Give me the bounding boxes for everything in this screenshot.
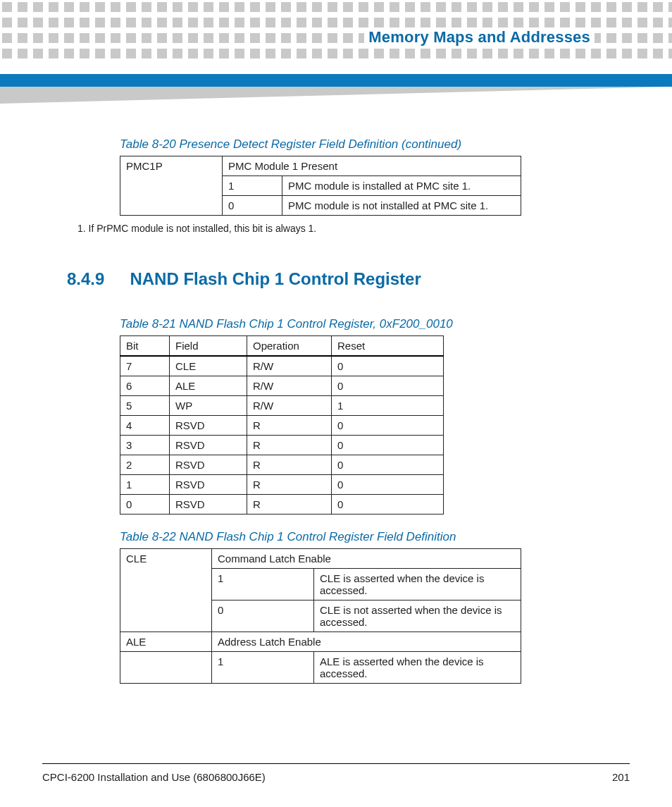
t822-cle-1: 1 bbox=[212, 569, 314, 600]
t821-cell-bit: 3 bbox=[120, 436, 170, 455]
t820-val1-desc: PMC module is installed at PMC site 1. bbox=[282, 176, 521, 196]
t821-cell-op: R bbox=[247, 455, 332, 475]
t821-cell-bit: 2 bbox=[120, 455, 170, 475]
t822-cle-1-desc: CLE is asserted when the device is acces… bbox=[314, 569, 521, 600]
t821-cell-op: R/W bbox=[247, 356, 332, 376]
footer-page-number: 201 bbox=[612, 771, 630, 783]
t821-cell-reset: 0 bbox=[332, 436, 444, 455]
t821-cell-reset: 1 bbox=[332, 396, 444, 416]
t821-cell-bit: 5 bbox=[120, 396, 170, 416]
header-blue-bar bbox=[0, 74, 672, 87]
t822-cle-0-desc: CLE is not asserted when the device is a… bbox=[314, 600, 521, 632]
t821-cell-field: ALE bbox=[170, 376, 247, 396]
t820-field-name: PMC1P bbox=[120, 156, 223, 216]
t821-cell-bit: 6 bbox=[120, 376, 170, 396]
t822-blank bbox=[120, 652, 212, 684]
t821-cell-op: R bbox=[247, 416, 332, 436]
t820-footnote: 1. If PrPMC module is not installed, thi… bbox=[77, 223, 619, 234]
t821-cell-op: R bbox=[247, 475, 332, 495]
table-8-22: CLE Command Latch Enable 1 CLE is assert… bbox=[120, 548, 521, 684]
t822-ale-1-desc: ALE is asserted when the device is acces… bbox=[314, 652, 521, 684]
section-number: 8.4.9 bbox=[67, 269, 104, 289]
table-8-20-caption: Table 8-20 Presence Detect Register Fiel… bbox=[120, 137, 619, 152]
t821-h-op: Operation bbox=[247, 336, 332, 357]
t821-cell-field: RSVD bbox=[170, 436, 247, 455]
section-title: NAND Flash Chip 1 Control Register bbox=[130, 269, 421, 289]
t821-row: 4RSVDR0 bbox=[120, 416, 444, 436]
t821-row: 0RSVDR0 bbox=[120, 495, 444, 515]
t821-cell-reset: 0 bbox=[332, 495, 444, 515]
t821-cell-op: R bbox=[247, 436, 332, 455]
t821-cell-reset: 0 bbox=[332, 475, 444, 495]
t822-ale-name: ALE bbox=[120, 632, 212, 652]
t821-cell-reset: 0 bbox=[332, 356, 444, 376]
chapter-title: Memory Maps and Addresses bbox=[364, 28, 595, 47]
t821-cell-bit: 4 bbox=[120, 416, 170, 436]
t820-field-desc: PMC Module 1 Present bbox=[223, 156, 521, 176]
t821-cell-reset: 0 bbox=[332, 455, 444, 475]
t821-cell-op: R bbox=[247, 495, 332, 515]
t821-h-reset: Reset bbox=[332, 336, 444, 357]
page-footer: CPCI-6200 Installation and Use (6806800J… bbox=[42, 763, 630, 783]
t821-h-bit: Bit bbox=[120, 336, 170, 357]
table-8-21-caption: Table 8-21 NAND Flash Chip 1 Control Reg… bbox=[120, 317, 619, 331]
t821-cell-field: RSVD bbox=[170, 495, 247, 515]
t822-cle-desc: Command Latch Enable bbox=[212, 549, 521, 569]
t821-cell-op: R/W bbox=[247, 396, 332, 416]
t822-ale-1: 1 bbox=[212, 652, 314, 684]
t821-cell-bit: 7 bbox=[120, 356, 170, 376]
t821-cell-op: R/W bbox=[247, 376, 332, 396]
t820-val0-desc: PMC module is not installed at PMC site … bbox=[282, 196, 521, 216]
t821-cell-reset: 0 bbox=[332, 376, 444, 396]
t822-cle-0: 0 bbox=[212, 600, 314, 632]
t820-val1: 1 bbox=[223, 176, 282, 196]
t821-cell-bit: 0 bbox=[120, 495, 170, 515]
table-8-20: PMC1P PMC Module 1 Present 1 PMC module … bbox=[120, 156, 521, 216]
table-8-22-caption: Table 8-22 NAND Flash Chip 1 Control Reg… bbox=[120, 530, 619, 544]
t821-cell-bit: 1 bbox=[120, 475, 170, 495]
t821-row: 7CLER/W0 bbox=[120, 356, 444, 376]
t821-cell-field: WP bbox=[170, 396, 247, 416]
t820-val0: 0 bbox=[223, 196, 282, 216]
header-gray-wedge bbox=[0, 87, 672, 104]
t821-cell-field: CLE bbox=[170, 356, 247, 376]
footer-doc-title: CPCI-6200 Installation and Use (6806800J… bbox=[42, 771, 266, 783]
t821-cell-field: RSVD bbox=[170, 416, 247, 436]
t821-row: 1RSVDR0 bbox=[120, 475, 444, 495]
t822-ale-desc: Address Latch Enable bbox=[212, 632, 521, 652]
t821-h-field: Field bbox=[170, 336, 247, 357]
t822-cle-name: CLE bbox=[120, 549, 212, 632]
t821-row: 5WPR/W1 bbox=[120, 396, 444, 416]
t821-cell-field: RSVD bbox=[170, 475, 247, 495]
svg-marker-2 bbox=[0, 87, 672, 104]
t821-row: 3RSVDR0 bbox=[120, 436, 444, 455]
table-8-21: Bit Field Operation Reset 7CLER/W06ALER/… bbox=[120, 335, 444, 515]
t821-row: 2RSVDR0 bbox=[120, 455, 444, 475]
t821-cell-field: RSVD bbox=[170, 455, 247, 475]
t821-row: 6ALER/W0 bbox=[120, 376, 444, 396]
t821-cell-reset: 0 bbox=[332, 416, 444, 436]
